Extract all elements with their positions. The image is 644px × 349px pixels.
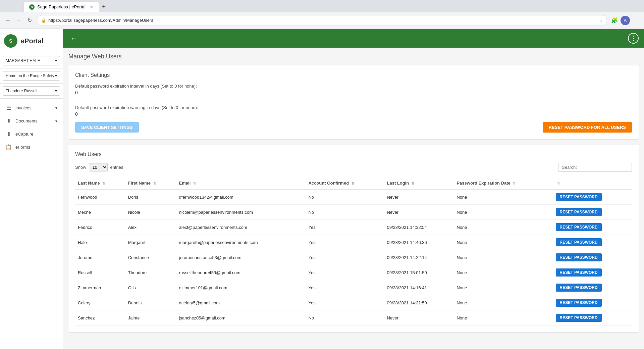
cell-expiration-4: None	[454, 250, 553, 265]
browser-bar: ← → ↻ 🔒 https://portal.sagepaperless.com…	[0, 12, 644, 29]
cell-email-8: jsanchez05@gmail.com	[176, 310, 306, 326]
reset-password-button-8[interactable]: RESET PASSWORD	[556, 314, 602, 322]
client-dropdown-label: Home on the Range Safety	[6, 73, 54, 78]
dropdown-margaret-hale: MARGARET-HALE ▾	[0, 53, 63, 68]
sidebar-item-label-ecapture: eCapture	[15, 132, 33, 137]
reset-password-button-1[interactable]: RESET PASSWORD	[556, 208, 602, 216]
new-tab-button[interactable]: +	[99, 2, 109, 12]
cell-first_name-8: Jaime	[125, 310, 176, 326]
cell-expiration-0: None	[454, 189, 553, 205]
star-icon: ☆	[599, 18, 603, 23]
reset-password-button-2[interactable]: RESET PASSWORD	[556, 223, 602, 231]
cell-last_login-2: 09/28/2021 14:32:54	[384, 220, 454, 235]
sort-icon-confirmed: ⇅	[352, 182, 354, 185]
cell-confirmed-1: No	[306, 205, 384, 220]
reset-password-button-6[interactable]: RESET PASSWORD	[556, 284, 602, 292]
reset-password-button-7[interactable]: RESET PASSWORD	[556, 299, 602, 307]
reset-password-button-5[interactable]: RESET PASSWORD	[556, 268, 602, 277]
page-title: Manage Web Users	[68, 53, 639, 60]
table-row: HaleMargaretmargareth@paperlessenvironme…	[75, 235, 632, 250]
cell-last_name-7: Celery	[75, 295, 125, 310]
search-input[interactable]	[558, 163, 632, 172]
tab-title: Sage Paperless | ePortal	[37, 4, 86, 9]
cell-last_login-8: Never	[384, 310, 454, 326]
sidebar-item-eforms[interactable]: 📋 eForms	[0, 141, 63, 154]
user-dropdown-label: Theodore Russell	[6, 89, 37, 93]
extensions-button[interactable]: 🧩	[610, 16, 619, 25]
table-row: ZimmermanOtisozimmer101@gmail.comYes09/2…	[75, 280, 632, 295]
col-email[interactable]: Email ⇅	[176, 177, 306, 189]
chevron-invoices: ▾	[55, 106, 57, 110]
invoices-icon: ☰	[5, 105, 12, 111]
cell-last_login-4: 09/28/2021 14:22:14	[384, 250, 454, 265]
menu-button[interactable]: ⋮	[631, 16, 641, 25]
logo-text: ePortal	[21, 37, 44, 45]
sort-icon-email: ⇅	[193, 182, 196, 185]
entries-select[interactable]: 10 25 50 100	[89, 163, 108, 171]
cell-action-1: RESET PASSWORD	[553, 205, 632, 220]
field-group-expiration-interval: Default password expiration interval in …	[75, 84, 632, 95]
cell-expiration-6: None	[454, 280, 553, 295]
table-header: Last Name ⇅ First Name ⇅ Email ⇅ Account…	[75, 177, 632, 189]
sort-icon-actions: ⇅	[557, 182, 560, 185]
url-bar[interactable]: 🔒 https://portal.sagepaperless.com/Admin…	[37, 15, 607, 26]
sort-icon-first-name: ⇅	[153, 182, 156, 185]
cell-email-1: nicolem@paperlessenvironments.com	[176, 205, 306, 220]
reload-button[interactable]: ↻	[25, 16, 34, 25]
cell-last_name-0: Fernwood	[75, 189, 125, 205]
profile-button[interactable]: A	[621, 16, 630, 25]
cell-action-7: RESET PASSWORD	[553, 295, 632, 310]
cell-email-7: dcelery5@gmail.com	[176, 295, 306, 310]
content-wrapper: ← ⋮ Manage Web Users Client Settings Def…	[63, 29, 644, 349]
col-password-expiration[interactable]: Password Expiration Date ⇅	[454, 177, 553, 189]
cell-email-3: margareth@paperlessenvironments.com	[176, 235, 306, 250]
dropdown-client: Home on the Range Safety ▾	[0, 68, 63, 84]
col-account-confirmed[interactable]: Account Confirmed ⇅	[306, 177, 384, 189]
cell-last_login-5: 09/28/2021 15:01:50	[384, 265, 454, 280]
client-dropdown[interactable]: Home on the Range Safety ▾	[3, 71, 60, 81]
col-last-name[interactable]: Last Name ⇅	[75, 177, 125, 189]
active-tab[interactable]: S Sage Paperless | ePortal ✕	[23, 1, 99, 12]
save-client-settings-button[interactable]: SAVE CLIENT SETTINGS	[75, 122, 139, 133]
sidebar-item-invoices[interactable]: ☰ Invoices ▾	[0, 101, 63, 114]
cell-last_name-5: Russell	[75, 265, 125, 280]
col-first-name[interactable]: First Name ⇅	[125, 177, 176, 189]
reset-password-button-3[interactable]: RESET PASSWORD	[556, 238, 602, 246]
client-settings-card: Client Settings Default password expirat…	[68, 65, 639, 139]
sidebar-item-documents[interactable]: ⬇ Documents ▾	[0, 114, 63, 128]
eforms-icon: 📋	[5, 144, 12, 150]
sort-icon-last-name: ⇅	[102, 182, 105, 185]
sidebar-item-ecapture[interactable]: ⬆ eCapture	[0, 128, 63, 141]
web-users-card: Web Users Show 10 25 50 100 entries	[68, 145, 639, 332]
company-dropdown[interactable]: MARGARET-HALE ▾	[3, 56, 60, 65]
col-actions: ⇅	[553, 177, 632, 189]
back-button[interactable]: ←	[3, 16, 13, 25]
back-nav-button[interactable]: ←	[68, 33, 79, 44]
reset-password-button-0[interactable]: RESET PASSWORD	[556, 193, 602, 201]
logo-icon: S	[4, 34, 17, 48]
cell-last_login-0: Never	[384, 189, 454, 205]
user-dropdown[interactable]: Theodore Russell ▾	[3, 86, 60, 96]
tab-close-button[interactable]: ✕	[90, 4, 94, 10]
cell-last_name-8: Sanchez	[75, 310, 125, 326]
cell-action-8: RESET PASSWORD	[553, 310, 632, 326]
cell-email-2: alexf@paperlessenvironments.com	[176, 220, 306, 235]
reset-password-button-4[interactable]: RESET PASSWORD	[556, 253, 602, 261]
tab-bar: S Sage Paperless | ePortal ✕ +	[0, 0, 644, 12]
forward-button[interactable]: →	[14, 16, 23, 25]
reset-password-all-button[interactable]: RESET PASSWORD FOR ALL USERS	[543, 122, 632, 133]
col-last-login[interactable]: Last Login ⇅	[384, 177, 454, 189]
cell-first_name-2: Alex	[125, 220, 176, 235]
table-row: CeleryDennisdcelery5@gmail.comYes09/28/2…	[75, 295, 632, 310]
more-icon: ⋮	[630, 35, 636, 42]
cell-action-3: RESET PASSWORD	[553, 235, 632, 250]
cell-last_name-4: Jerome	[75, 250, 125, 265]
table-row: MecheNicolenicolem@paperlessenvironments…	[75, 205, 632, 220]
app-bar: ← ⋮	[63, 29, 644, 48]
field-group-expiration-warning: Default password expiration warning in d…	[75, 105, 632, 117]
chevron-down-icon-2: ▾	[55, 73, 57, 78]
cell-expiration-7: None	[454, 295, 553, 310]
cell-first_name-1: Nicole	[125, 205, 176, 220]
more-options-button[interactable]: ⋮	[628, 33, 639, 44]
cell-confirmed-0: No	[306, 189, 384, 205]
